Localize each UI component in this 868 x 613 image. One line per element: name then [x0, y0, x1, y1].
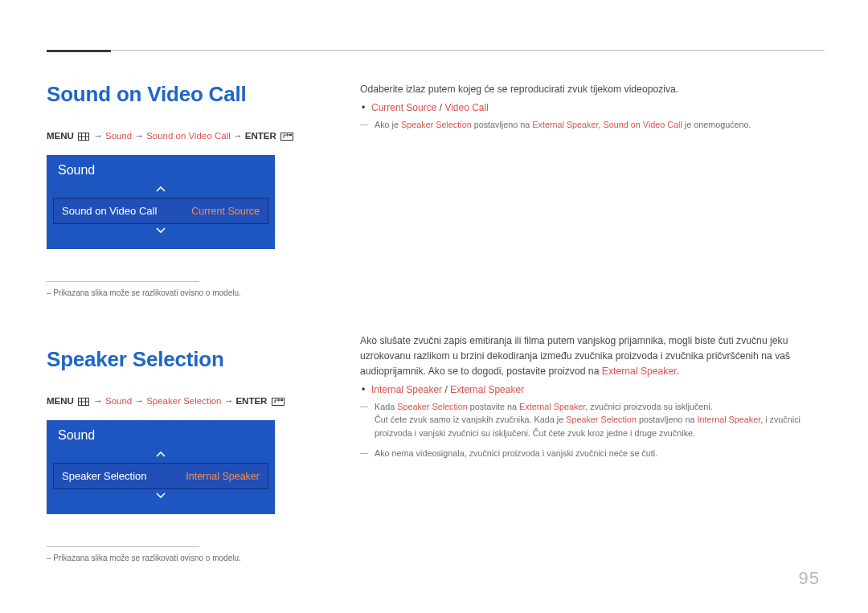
note-text: Kada	[375, 402, 397, 411]
menu-label: MENU	[47, 131, 74, 141]
menu-label: MENU	[47, 396, 74, 406]
osd-title: Sound	[47, 420, 275, 449]
arrow-icon: →	[134, 396, 144, 406]
option: Current Source	[371, 102, 436, 113]
header-rule	[47, 50, 825, 51]
note-text: Ako nema videosignala, zvučnici proizvod…	[375, 448, 657, 458]
note-highlight: External Speaker	[532, 120, 598, 129]
option: Video Call	[444, 102, 488, 113]
option: Internal Speaker	[371, 384, 442, 395]
caption-text: Prikazana slika može se razlikovati ovis…	[53, 554, 240, 562]
osd-row-value: Internal Speaker	[186, 471, 260, 482]
header-rule-bold	[47, 50, 111, 52]
enter-label: ENTER	[235, 396, 267, 406]
description-highlight: External Speaker	[602, 366, 677, 377]
note-highlight: Sound on Video Call	[604, 120, 682, 129]
heading: Sound on Video Call	[47, 82, 313, 107]
section1-description-block: Odaberite izlaz putem kojeg će se reprod…	[360, 82, 825, 131]
path-segment: Sound	[105, 131, 132, 141]
note-text: postavljeno na	[637, 415, 698, 424]
option: External Speaker	[450, 384, 524, 395]
description: Odaberite izlaz putem kojeg će se reprod…	[360, 82, 825, 97]
section-sound-on-video-call: Sound on Video Call MENU → Sound → Sound…	[47, 82, 313, 297]
section-speaker-selection: Speaker Selection MENU → Sound → Speaker…	[47, 347, 313, 562]
arrow-icon: →	[93, 396, 103, 406]
svg-rect-5	[289, 134, 292, 136]
content: Sound on Video Call MENU → Sound → Sound…	[47, 82, 825, 562]
menu-path: MENU → Sound → Sound on Video Call → ENT…	[47, 131, 313, 141]
chevron-up-icon	[155, 449, 166, 460]
caption: – Prikazana slika može se razlikovati ov…	[47, 288, 313, 297]
note-text: , zvučnici proizvoda su isključeni.	[585, 402, 712, 411]
chevron-down-icon	[155, 224, 166, 235]
caption: – Prikazana slika može se razlikovati ov…	[47, 554, 313, 562]
osd-row: Speaker Selection Internal Speaker	[53, 463, 268, 489]
page: Sound on Video Call MENU → Sound → Sound…	[0, 0, 868, 613]
svg-rect-11	[280, 399, 283, 401]
description-text: .	[677, 366, 679, 377]
description: Ako slušate zvučni zapis emitiranja ili …	[360, 333, 825, 379]
note-highlight: Speaker Selection	[401, 120, 472, 129]
menu-grid-icon	[78, 398, 89, 406]
note: Kada Speaker Selection postavite na Exte…	[360, 400, 825, 440]
left-column: Sound on Video Call MENU → Sound → Sound…	[47, 82, 313, 562]
section2-description-block: Ako slušate zvučni zapis emitiranja ili …	[360, 333, 825, 460]
osd-row: Sound on Video Call Current Source	[53, 198, 268, 224]
menu-path: MENU → Sound → Speaker Selection → ENTER	[47, 396, 313, 406]
osd-row-value: Current Source	[191, 206, 260, 217]
right-column: Odaberite izlaz putem kojeg će se reprod…	[360, 82, 825, 562]
menu-grid-icon	[78, 133, 89, 141]
caption-separator	[47, 546, 199, 547]
note-text: postavljeno na	[472, 120, 533, 129]
enter-icon	[272, 398, 285, 406]
osd-row-label: Speaker Selection	[62, 470, 147, 482]
separator: /	[442, 384, 450, 395]
separator: /	[436, 102, 444, 113]
note-text: Ako je	[375, 120, 401, 129]
note-highlight: Speaker Selection	[397, 402, 468, 411]
osd-title: Sound	[47, 155, 275, 184]
note-highlight: Speaker Selection	[566, 415, 637, 424]
path-segment: Speaker Selection	[146, 396, 221, 406]
caption-text: Prikazana slika može se razlikovati ovis…	[53, 288, 240, 297]
arrow-icon: →	[134, 131, 144, 141]
osd-panel: Sound Sound on Video Call Current Source	[47, 155, 275, 249]
arrow-icon: →	[233, 131, 243, 141]
options-bullet: Internal Speaker / External Speaker	[360, 382, 825, 398]
note: Ako je Speaker Selection postavljeno na …	[360, 118, 825, 132]
path-segment: Sound on Video Call	[146, 131, 231, 141]
enter-icon	[280, 133, 293, 141]
caption-separator	[47, 281, 199, 282]
osd-row-label: Sound on Video Call	[62, 205, 157, 217]
note: Ako nema videosignala, zvučnici proizvod…	[360, 447, 825, 460]
note-text: postavite na	[468, 402, 519, 411]
note-highlight: Internal Speaker	[698, 415, 761, 424]
note-text: je onemogućeno.	[682, 120, 751, 129]
arrow-icon: →	[224, 396, 234, 406]
heading: Speaker Selection	[47, 347, 313, 372]
chevron-down-icon	[155, 489, 166, 501]
options-bullet: Current Source / Video Call	[360, 100, 825, 116]
arrow-icon: →	[93, 131, 103, 141]
note-text: Čut ćete zvuk samo iz vanjskih zvučnika.…	[375, 415, 566, 424]
enter-label: ENTER	[245, 131, 276, 141]
note-highlight: External Speaker	[519, 402, 585, 411]
description-text: Ako slušate zvučni zapis emitiranja ili …	[360, 335, 790, 377]
chevron-up-icon	[155, 184, 166, 195]
osd-panel: Sound Speaker Selection Internal Speaker	[47, 420, 275, 514]
path-segment: Sound	[105, 396, 132, 406]
page-number: 95	[799, 568, 820, 589]
